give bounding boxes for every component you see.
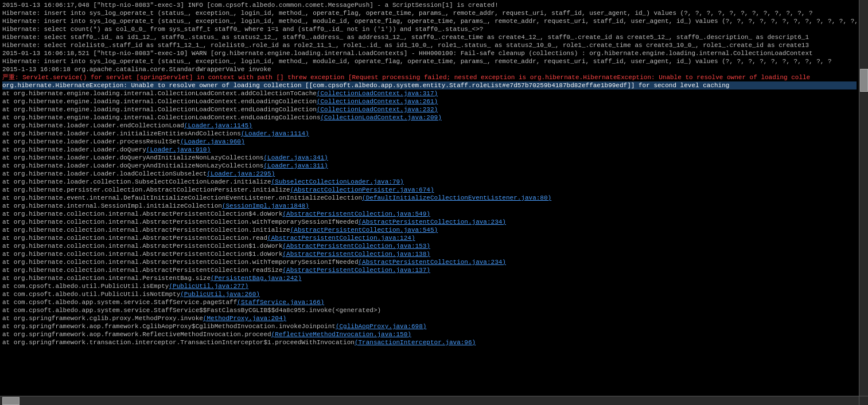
java-link[interactable]: (CollectionLoadContext.java:261): [317, 98, 438, 105]
java-link[interactable]: (CollectionLoadContext.java:232): [317, 106, 438, 113]
log-line: at org.hibernate.loader.Loader.doQueryAn…: [2, 162, 857, 170]
log-line: at org.hibernate.collection.internal.Abs…: [2, 234, 857, 242]
log-line: at org.hibernate.collection.internal.Abs…: [2, 258, 857, 266]
java-link[interactable]: (CollectionLoadContext.java:209): [321, 114, 442, 121]
log-line: at org.hibernate.loader.Loader.loadColle…: [2, 170, 857, 178]
log-line: at org.springframework.aop.framework.Cgl…: [2, 322, 857, 330]
log-line: Hibernate: select rolelist0_.staff_id as…: [2, 41, 857, 49]
log-line: 2015-01-13 16:06:17,048 ["http-nio-8083"…: [2, 1, 857, 9]
java-link[interactable]: (Loader.java:910): [146, 146, 211, 153]
log-line: Hibernate: select count(*) as col_0_0_ f…: [2, 25, 857, 33]
java-link[interactable]: (Loader.java:341): [263, 154, 328, 161]
log-line: at org.hibernate.collection.internal.Abs…: [2, 266, 857, 274]
scrollbar-corner: [859, 396, 868, 405]
java-link[interactable]: (Loader.java:1114): [241, 130, 309, 137]
scrollbar-v-thumb[interactable]: [860, 69, 868, 92]
java-link[interactable]: (AbstractPersistentCollection.java:153): [282, 243, 430, 250]
log-line: at com.cpsoft.albedo.app.system.service.…: [2, 298, 857, 306]
java-link[interactable]: (CglibAopProxy.java:698): [336, 323, 426, 330]
java-link[interactable]: (PublicUtil.java:277): [169, 283, 248, 290]
log-line: at org.hibernate.loader.Loader.doQueryAn…: [2, 154, 857, 162]
log-line: at org.hibernate.collection.internal.Abs…: [2, 218, 857, 226]
log-line: at org.hibernate.collection.internal.Abs…: [2, 242, 857, 250]
log-line: 2015-1-13 16:06:18 org.apache.catalina.c…: [2, 65, 857, 73]
log-line: at org.hibernate.engine.loading.internal…: [2, 89, 857, 98]
log-line: at org.springframework.cglib.proxy.Metho…: [2, 314, 857, 322]
log-line: Hibernate: select staff0_.id_ as id1_12_…: [2, 33, 857, 41]
log-line: at com.cpsoft.albedo.util.PublicUtil.isE…: [2, 282, 857, 290]
horizontal-scrollbar[interactable]: [0, 396, 859, 405]
java-link[interactable]: (SessionImpl.java:1848): [222, 202, 309, 209]
log-line: org.hibernate.HibernateException: Unable…: [2, 81, 857, 89]
java-link[interactable]: (StaffService.java:166): [237, 299, 324, 306]
log-line: at org.hibernate.loader.Loader.processRe…: [2, 138, 857, 146]
log-line: at org.springframework.transaction.inter…: [2, 338, 857, 346]
log-line: Hibernate: insert into sys_log_operate_t…: [2, 57, 857, 65]
java-link[interactable]: (AbstractPersistentCollection.java:137): [282, 267, 430, 274]
log-line: at org.hibernate.loader.collection.Subse…: [2, 178, 857, 186]
java-link[interactable]: (ReflectiveMethodInvocation.java:150): [271, 331, 411, 338]
log-line: Hibernate: insert into sys_log_operate_t…: [2, 9, 857, 17]
java-link[interactable]: (SubselectCollectionLoader.java:79): [271, 178, 404, 185]
console-output[interactable]: 2015-01-13 16:06:17,048 ["http-nio-8083"…: [0, 0, 859, 405]
java-link[interactable]: (AbstractPersistentCollection.java:549): [282, 211, 430, 217]
log-line: at org.hibernate.collection.internal.Abs…: [2, 210, 857, 218]
console-window: 2015-01-13 16:06:17,048 ["http-nio-8083"…: [0, 0, 868, 405]
log-line: at org.hibernate.collection.internal.Per…: [2, 274, 857, 282]
log-line: at org.hibernate.collection.internal.Abs…: [2, 250, 857, 258]
java-link[interactable]: (AbstractPersistentCollection.java:545): [290, 227, 438, 233]
log-lines: 2015-01-13 16:06:17,048 ["http-nio-8083"…: [2, 1, 857, 346]
java-link[interactable]: (PublicUtil.java:260): [180, 291, 260, 298]
log-line: at org.hibernate.internal.SessionImpl.in…: [2, 202, 857, 210]
java-link[interactable]: (AbstractCollectionPersister.java:674): [290, 186, 434, 193]
java-link[interactable]: (PersistentBag.java:242): [211, 275, 301, 282]
log-line: at org.hibernate.engine.loading.internal…: [2, 98, 857, 106]
log-line: at org.springframework.aop.framework.Ref…: [2, 330, 857, 338]
log-line: at com.cpsoft.albedo.util.PublicUtil.isN…: [2, 290, 857, 298]
log-line: at com.cpsoft.albedo.app.system.service.…: [2, 306, 857, 314]
log-line: 2015-01-13 16:06:18,521 ["http-nio-8083"…: [2, 49, 857, 57]
log-line: at org.hibernate.loader.Loader.endCollec…: [2, 122, 857, 130]
java-link[interactable]: (DefaultInitializeCollectionEventListene…: [362, 194, 551, 201]
log-line: Hibernate: insert into sys_log_operate_t…: [2, 17, 857, 25]
java-link[interactable]: (AbstractPersistentCollection.java:138): [282, 251, 430, 258]
java-link[interactable]: (CollectionLoadContext.java:317): [317, 90, 438, 97]
java-link[interactable]: (Loader.java:1145): [184, 122, 252, 129]
log-line: at org.hibernate.loader.Loader.doQuery(L…: [2, 146, 857, 154]
java-link[interactable]: (Loader.java:2295): [207, 170, 275, 177]
log-line: at org.hibernate.event.internal.DefaultI…: [2, 194, 857, 202]
log-line: at org.hibernate.persister.collection.Ab…: [2, 186, 857, 194]
java-link[interactable]: (AbstractPersistentCollection.java:234): [359, 259, 506, 266]
log-line: at org.hibernate.engine.loading.internal…: [2, 114, 857, 122]
log-line: at org.hibernate.engine.loading.internal…: [2, 106, 857, 114]
log-line: 严重: Servlet.service() for servlet [sprin…: [2, 73, 857, 81]
java-link[interactable]: (MethodProxy.java:204): [203, 315, 286, 322]
java-link[interactable]: (TransactionInterceptor.java:96): [355, 339, 476, 346]
vertical-scrollbar[interactable]: [859, 0, 868, 405]
log-line: at org.hibernate.collection.internal.Abs…: [2, 226, 857, 234]
java-link[interactable]: (AbstractPersistentCollection.java:124): [267, 235, 415, 242]
java-link[interactable]: (Loader.java:960): [180, 138, 244, 145]
java-link[interactable]: (AbstractPersistentCollection.java:234): [359, 219, 506, 225]
log-line: at org.hibernate.loader.Loader.initializ…: [2, 130, 857, 138]
scrollbar-h-thumb[interactable]: [2, 397, 20, 405]
java-link[interactable]: (Loader.java:311): [263, 162, 328, 169]
